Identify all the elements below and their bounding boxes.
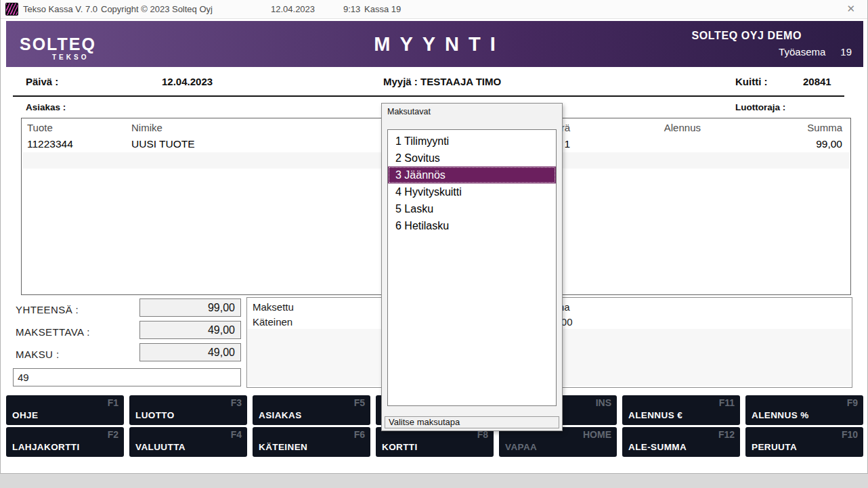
copyright-text: Copyright © 2023 Solteq Oyj [101,4,213,14]
titlebar-register: Kassa 19 [364,4,401,14]
window-title: Tekso Kassa V. 7.0 [23,4,97,14]
payment-method-item[interactable]: 4 Hyvityskuitti [388,183,556,200]
seller-info: Myyjä : TESTAAJA TIMO [383,76,501,87]
solteq-app-icon [5,3,18,16]
paid-row-method: Käteinen [253,316,292,328]
card-button[interactable]: KORTTI F8 [376,427,494,457]
dialog-title: Maksutavat [387,107,431,116]
payment-method-item[interactable]: 6 Hetilasku [388,217,556,234]
dialog-status-bar: Valitse maksutapa [385,416,559,428]
customer-button[interactable]: ASIAKAS F5 [253,395,370,425]
total-value-box: 99,00 [139,298,241,317]
company-name: SOLTEQ OYJ DEMO [692,30,802,42]
payment-method-item[interactable]: 1 Tilimyynti [388,133,556,150]
amount-entry-input[interactable] [13,368,241,386]
titlebar-date: 12.04.2023 [271,4,315,14]
titlebar: Tekso Kassa V. 7.0 Copyright © 2023 Solt… [1,0,867,19]
payment-method-item[interactable]: 3 Jäännös [388,167,556,183]
date-label: Päivä : [26,76,58,87]
fkey-hint: F5 [354,397,365,408]
credit-button[interactable]: LUOTTO F3 [129,395,247,425]
fkey-hint: F4 [231,429,242,440]
gift-card-button[interactable]: LAHJAKORTTI F2 [6,427,124,457]
sale-row-name[interactable]: UUSI TUOTE [131,138,195,150]
payment-value-box: 49,00 [139,343,241,361]
currency-button[interactable]: VALUUTTA F4 [129,427,247,457]
close-icon[interactable]: ✕ [846,3,855,15]
function-key-row-2: LAHJAKORTTI F2 VALUUTTA F4 KÄTEINEN F6 K… [6,427,863,457]
fkey-hint: F6 [354,429,365,440]
column-header-sum: Summa [761,122,842,133]
fkey-hint: INS [596,397,611,408]
payment-label: MAKSU : [16,349,59,360]
receipt-number: 20841 [803,76,831,87]
payment-method-item[interactable]: 2 Sovitus [388,150,556,167]
column-header-name: Nimike [131,122,162,133]
credit-limit-label: Luottoraja : [735,102,785,112]
column-header-product: Tuote [27,122,53,133]
fkey-hint: F12 [718,429,735,440]
workstation-label: Työasema [779,46,825,58]
total-label: YHTEENSÄ : [16,304,79,315]
workstation-info: Työasema 19 [779,46,852,58]
fkey-hint: F2 [108,429,118,440]
date-value: 12.04.2023 [162,76,213,87]
free-button: VAPAA HOME [499,427,617,457]
payment-methods-list: 1 Tilimyynti 2 Sovitus 3 Jäännös 4 Hyvit… [387,129,557,406]
sale-row-product[interactable]: 11223344 [27,138,73,150]
fkey-hint: F3 [231,397,242,408]
workstation-number: 19 [840,46,852,58]
titlebar-time: 9:13 [343,4,360,14]
discount-pct-button[interactable]: ALENNUS % F9 [745,395,863,425]
app-window: Tekso Kassa V. 7.0 Copyright © 2023 Solt… [0,0,868,474]
payment-method-item[interactable]: 5 Lasku [388,200,556,217]
app-header-banner: SOLTEQ TEKSO MYYNTI SOLTEQ OYJ DEMO Työa… [6,21,863,67]
discount-eur-button[interactable]: ALENNUS € F11 [622,395,740,425]
fkey-hint: HOME [583,429,611,440]
paid-header: Maksettu [253,301,294,313]
fkey-hint: F11 [719,397,735,408]
receipt-label: Kuitti : [735,76,767,87]
help-button[interactable]: OHJE F1 [6,395,124,425]
fkey-hint: F1 [108,397,118,408]
cash-button[interactable]: KÄTEINEN F6 [253,427,370,457]
payable-value-box: 49,00 [139,321,241,339]
divider-line [13,95,844,97]
payable-label: MAKSETTAVA : [16,326,90,338]
customer-label: Asiakas : [26,102,66,112]
sale-row-sum[interactable]: 99,00 [761,138,842,150]
fkey-hint: F9 [847,397,858,408]
discount-total-button[interactable]: ALE-SUMMA F12 [622,427,740,457]
fkey-hint: F10 [842,429,858,440]
column-header-discount: Alennus [633,122,701,133]
payment-methods-dialog: Maksutavat 1 Tilimyynti 2 Sovitus 3 Jään… [381,103,563,431]
cancel-button[interactable]: PERUUTA F10 [745,427,863,457]
